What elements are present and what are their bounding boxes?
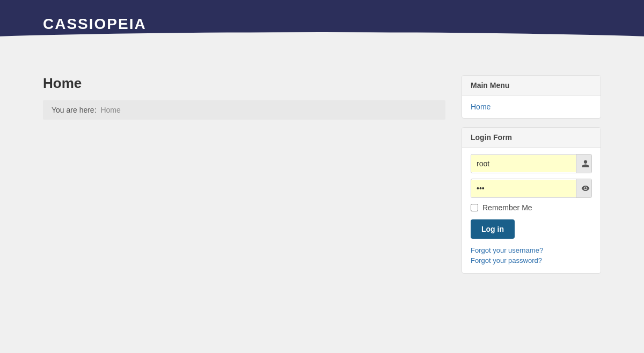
login-form-module: Login Form bbox=[462, 127, 601, 274]
forgot-password-link[interactable]: Forgot your password? bbox=[471, 256, 592, 264]
login-form-header: Login Form bbox=[462, 128, 601, 148]
login-button[interactable]: Log in bbox=[471, 219, 515, 239]
main-menu-header: Main Menu bbox=[462, 76, 601, 95]
login-form-body: Remember Me Log in Forgot your username?… bbox=[462, 148, 601, 273]
left-content: Home You are here: Home bbox=[43, 75, 445, 274]
site-logo: CASSIOPEIA bbox=[43, 16, 147, 33]
right-sidebar: Main Menu Home Login Form bbox=[462, 75, 601, 274]
forgot-username-link[interactable]: Forgot your username? bbox=[471, 246, 592, 254]
main-menu-module: Main Menu Home bbox=[462, 75, 601, 119]
password-field-group bbox=[471, 179, 592, 198]
menu-item-home[interactable]: Home bbox=[471, 102, 491, 111]
breadcrumb: You are here: Home bbox=[43, 100, 445, 120]
username-icon bbox=[576, 155, 592, 173]
username-field-group bbox=[471, 154, 592, 173]
breadcrumb-label: You are here: bbox=[52, 106, 97, 114]
main-content: Home You are here: Home Main Menu Home L… bbox=[0, 54, 644, 295]
remember-me-checkbox[interactable] bbox=[471, 204, 478, 211]
username-input[interactable] bbox=[471, 155, 576, 172]
main-menu-body: Home bbox=[462, 95, 601, 118]
site-header: CASSIOPEIA bbox=[0, 0, 644, 48]
password-input[interactable] bbox=[471, 180, 576, 197]
remember-me-label: Remember Me bbox=[482, 203, 532, 212]
password-toggle-icon[interactable] bbox=[576, 179, 592, 197]
page-title: Home bbox=[43, 75, 445, 92]
remember-me-row: Remember Me bbox=[471, 203, 592, 212]
breadcrumb-current: Home bbox=[100, 106, 120, 114]
